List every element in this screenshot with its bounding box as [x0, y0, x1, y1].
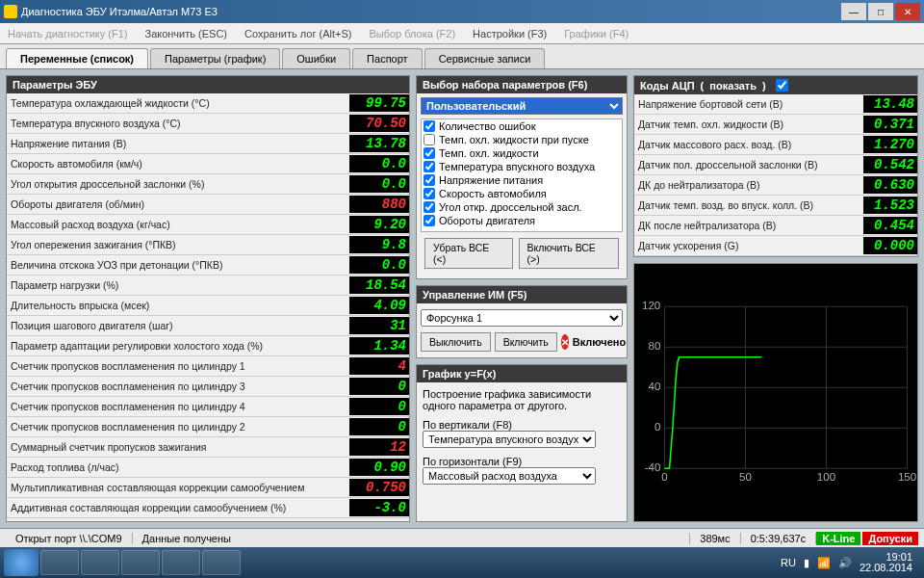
- paramset-combo[interactable]: Пользовательский: [421, 97, 623, 115]
- param-row[interactable]: Счетчик пропусков воспламенения по цилин…: [7, 417, 409, 437]
- tab-errors[interactable]: Ошибки: [282, 48, 350, 68]
- paramset-checkbox[interactable]: [424, 201, 435, 213]
- param-row[interactable]: Позиция шагового двигателя (шаг)31: [7, 316, 409, 336]
- im-header: Управление ИМ (F5): [417, 286, 627, 303]
- param-row[interactable]: Параметр адаптации регулировки холостого…: [7, 336, 409, 356]
- add-all-button[interactable]: Включить ВСЕ (>): [519, 238, 619, 269]
- adc-row[interactable]: Датчик ускорения (G)0.000: [634, 236, 917, 256]
- param-value: 0.0: [349, 175, 409, 193]
- minimize-button[interactable]: —: [841, 3, 866, 20]
- adc-value: 0.542: [863, 156, 917, 173]
- taskbar-app-diag[interactable]: [162, 550, 200, 575]
- paramset-checkbox[interactable]: [424, 188, 435, 199]
- paramset-checkbox[interactable]: [424, 215, 435, 226]
- svg-text:120: 120: [642, 300, 660, 311]
- chart-x-label: По горизонтали (F9): [423, 456, 596, 467]
- tray-lang[interactable]: RU: [781, 557, 796, 568]
- paramset-item[interactable]: Обороты двигателя: [422, 214, 622, 227]
- param-row[interactable]: Величина отскока УОЗ при детонации (°ПКВ…: [7, 255, 409, 276]
- param-row[interactable]: Расход топлива (л/час)0.90: [7, 458, 409, 478]
- paramset-item[interactable]: Температура впускного воздуха: [422, 160, 622, 173]
- start-button[interactable]: [4, 549, 38, 576]
- param-row[interactable]: Температура впускного воздуха (°С)70.50: [7, 114, 409, 134]
- status-data: Данные получены: [133, 533, 691, 544]
- tab-params-graph[interactable]: Параметры (график): [150, 48, 280, 68]
- paramset-item[interactable]: Количество ошибок: [422, 119, 622, 133]
- paramset-checkbox[interactable]: [424, 120, 435, 132]
- svg-text:0: 0: [661, 471, 667, 483]
- tab-variables[interactable]: Переменные (список): [6, 48, 148, 68]
- param-row[interactable]: Обороты двигателя (об/мин)880: [7, 195, 409, 215]
- remove-all-button[interactable]: Убрать ВСЕ (<): [424, 238, 513, 269]
- param-row[interactable]: Длительность впрыска (мсек)4.09: [7, 296, 409, 316]
- adc-label: ДК после нейтрализатора (В): [634, 220, 863, 231]
- tray-sound-icon[interactable]: 🔊: [838, 557, 852, 569]
- adc-label: Датчик темп. возд. во впуск. колл. (В): [634, 199, 863, 211]
- menu-settings[interactable]: Настройки (F3): [473, 28, 547, 39]
- adc-value: 0.454: [863, 217, 917, 234]
- status-port: Открыт порт \\.\COM9: [6, 533, 133, 544]
- maximize-button[interactable]: □: [868, 3, 893, 20]
- tray-network-icon[interactable]: 📶: [817, 557, 831, 569]
- paramset-item[interactable]: Скорость автомобиля: [422, 187, 622, 200]
- param-row[interactable]: Массовый расход воздуха (кг/час)9.20: [7, 215, 409, 235]
- adc-row[interactable]: Напряжение бортовой сети (В)13.48: [634, 94, 917, 115]
- paramset-item[interactable]: Темп. охл. жидкости при пуске: [422, 133, 622, 146]
- chart-plot[interactable]: -4004080120050100150: [634, 264, 917, 521]
- tab-passport[interactable]: Паспорт: [352, 48, 423, 68]
- close-button[interactable]: ✕: [895, 3, 920, 20]
- param-row[interactable]: Напряжение питания (В)13.78: [7, 134, 409, 154]
- param-row[interactable]: Температура охлаждающей жидкости (°С)99.…: [7, 93, 409, 114]
- tab-service[interactable]: Сервисные записи: [424, 48, 546, 68]
- adc-show-checkbox[interactable]: [776, 79, 788, 92]
- paramset-checkbox[interactable]: [424, 174, 435, 186]
- paramset-item[interactable]: Темп. охл. жидкости: [422, 146, 622, 160]
- menu-block[interactable]: Выбор блока (F2): [369, 28, 455, 39]
- param-row[interactable]: Параметр нагрузки (%)18.54: [7, 276, 409, 296]
- adc-row[interactable]: Датчик массового расх. возд. (В)1.270: [634, 135, 917, 155]
- paramset-item[interactable]: Угол откр. дроссельной засл.: [422, 200, 622, 214]
- paramset-item-label: Температура впускного воздуха: [439, 161, 595, 172]
- param-row[interactable]: Счетчик пропусков воспламенения по цилин…: [7, 377, 409, 397]
- paramset-checkbox[interactable]: [424, 147, 435, 159]
- menu-save[interactable]: Сохранить лог (Alt+S): [244, 28, 351, 39]
- adc-row[interactable]: Датчик темп. возд. во впуск. колл. (В)1.…: [634, 196, 917, 216]
- tray-clock[interactable]: 19:01 22.08.2014: [860, 552, 912, 573]
- chart-y-combo[interactable]: Температура впускного воздуха: [423, 431, 596, 448]
- param-label: Расход топлива (л/час): [7, 461, 349, 473]
- adc-row[interactable]: Датчик пол. дроссельной заслонки (В)0.54…: [634, 155, 917, 175]
- paramset-checkbox[interactable]: [424, 161, 435, 172]
- param-row[interactable]: Суммарный счетчик пропусков зажигания12: [7, 437, 409, 458]
- im-stop-icon[interactable]: ✕: [561, 334, 569, 350]
- taskbar-app-explorer[interactable]: [81, 550, 119, 575]
- taskbar-app-other[interactable]: [202, 550, 241, 575]
- param-row[interactable]: Счетчик пропусков воспламенения по цилин…: [7, 356, 409, 377]
- param-row[interactable]: Аддитивная составляющая коррекции самооб…: [7, 498, 409, 518]
- svg-text:150: 150: [898, 471, 916, 483]
- param-row[interactable]: Угол опережения зажигания (°ПКВ)9.8: [7, 235, 409, 255]
- adc-row[interactable]: Датчик темп. охл. жидкости (В)0.371: [634, 115, 917, 135]
- param-row[interactable]: Счетчик пропусков воспламенения по цилин…: [7, 397, 409, 417]
- im-combo[interactable]: Форсунка 1: [421, 309, 623, 327]
- paramset-checkbox[interactable]: [424, 134, 435, 145]
- param-row[interactable]: Угол открытия дроссельной заслонки (%)0.…: [7, 174, 409, 195]
- menu-start[interactable]: Начать диагностику (F1): [8, 28, 127, 39]
- param-row[interactable]: Мультипликативная составляющая коррекции…: [7, 478, 409, 498]
- adc-row[interactable]: ДК до нейтрализатора (В)0.630: [634, 175, 917, 196]
- im-off-button[interactable]: Выключить: [421, 332, 491, 352]
- menu-stop[interactable]: Закончить (ESC): [144, 28, 227, 39]
- main-area: Параметры ЭБУ Температура охлаждающей жи…: [0, 69, 924, 528]
- taskbar-app-media[interactable]: [121, 550, 160, 575]
- chart-x-combo[interactable]: Массовый расход воздуха: [423, 467, 596, 485]
- param-value: 0: [349, 398, 409, 415]
- paramset-item[interactable]: Напряжение питания: [422, 173, 622, 187]
- adc-show-label: показать: [709, 80, 757, 92]
- im-on-button[interactable]: Включить: [495, 332, 557, 352]
- param-row[interactable]: Скорость автомобиля (км/ч)0.0: [7, 154, 409, 174]
- param-label: Угол открытия дроссельной заслонки (%): [7, 178, 349, 190]
- taskbar-app-ie[interactable]: [40, 550, 79, 575]
- adc-value: 0.630: [863, 176, 917, 194]
- adc-row[interactable]: ДК после нейтрализатора (В)0.454: [634, 216, 917, 236]
- menu-charts[interactable]: Графики (F4): [564, 28, 629, 39]
- param-label: Длительность впрыска (мсек): [7, 300, 349, 311]
